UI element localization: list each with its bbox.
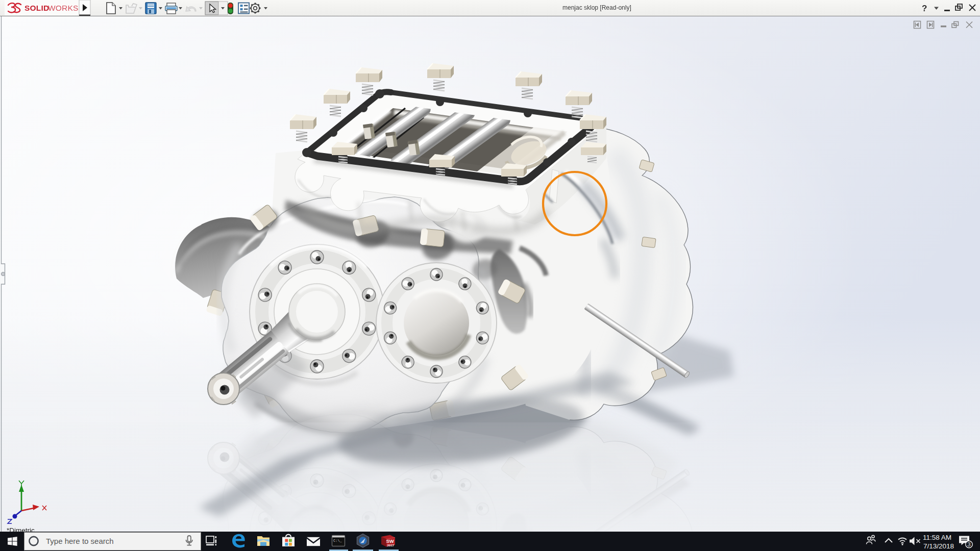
svg-text:SOLID: SOLID [24,4,49,12]
svg-text:C:\_: C:\_ [333,539,342,543]
svg-text:*Dimetric: *Dimetric [7,527,35,532]
svg-text:?: ? [922,4,927,13]
svg-text:11:58 AM: 11:58 AM [923,534,951,541]
svg-text:Type here to search: Type here to search [46,537,114,545]
svg-text:3: 3 [967,541,970,547]
svg-text:7/13/2018: 7/13/2018 [923,542,954,550]
svg-text:WORKS: WORKS [48,4,79,12]
svg-text:2017: 2017 [387,543,395,547]
